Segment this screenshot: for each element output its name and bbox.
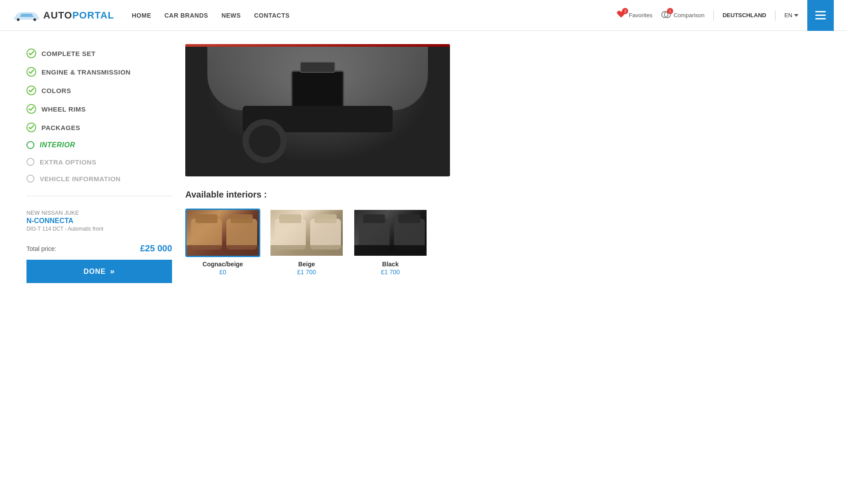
- nav-car-brands[interactable]: CAR BRANDS: [165, 12, 208, 19]
- interior-price-cognac: £0: [185, 269, 260, 276]
- price-row: Total price: £25 000: [26, 243, 172, 254]
- svg-rect-16: [310, 219, 341, 250]
- car-interior-mock: [185, 44, 450, 176]
- svg-point-0: [17, 18, 19, 21]
- check-icon-colors: [26, 86, 36, 95]
- nav-news[interactable]: NEWS: [221, 12, 241, 19]
- header-divider: [713, 10, 714, 21]
- svg-rect-18: [270, 245, 344, 257]
- interior-img-beige: [270, 210, 343, 256]
- hamburger-button[interactable]: [807, 0, 834, 31]
- car-interior-image: [185, 44, 450, 176]
- favorites-badge: 2: [622, 8, 628, 14]
- svg-rect-10: [195, 214, 217, 223]
- done-label: DONE: [83, 268, 105, 276]
- sidebar: COMPLETE SET ENGINE & TRANSMISSION COLOR…: [26, 44, 172, 283]
- svg-rect-22: [398, 214, 420, 223]
- svg-rect-12: [231, 214, 253, 223]
- accent-stripe: [185, 44, 450, 47]
- radio-icon-extra-options: [26, 158, 34, 166]
- favorites-icon: 2: [616, 10, 626, 20]
- sidebar-item-colors[interactable]: COLORS: [26, 81, 172, 100]
- svg-rect-20: [363, 214, 385, 223]
- chevron-down-icon: [794, 14, 798, 17]
- header-actions: 2 Favorites 1 Comparison DEUTSCHLAND EN: [616, 10, 798, 21]
- favorites-button[interactable]: 2 Favorites: [616, 10, 652, 20]
- sidebar-item-extra-options[interactable]: EXTRA OPTIONS: [26, 153, 172, 170]
- radio-icon-vehicle-info: [26, 175, 34, 183]
- logo-portal-text: PORTAL: [72, 10, 114, 21]
- sidebar-label-engine: ENGINE & TRANSMISSION: [41, 68, 131, 76]
- svg-rect-21: [394, 219, 425, 250]
- svg-rect-15: [279, 214, 301, 223]
- comparison-label: Comparison: [674, 12, 705, 19]
- interior-price-beige: £1 700: [269, 269, 344, 276]
- svg-rect-17: [315, 214, 337, 223]
- sidebar-label-extra-options: EXTRA OPTIONS: [40, 158, 96, 166]
- interior-card-black[interactable]: Black £1 700: [353, 209, 428, 276]
- car-variant: DIG-T 114 DCT - Automatic front: [26, 226, 172, 232]
- sidebar-label-packages: PACKAGES: [41, 124, 80, 131]
- ham-line-1: [815, 11, 826, 12]
- sidebar-item-interior[interactable]: INTERIOR: [26, 137, 172, 153]
- total-price-value: £25 000: [140, 243, 172, 254]
- interior-card-beige[interactable]: Beige £1 700: [269, 209, 344, 276]
- logo-auto-text: AUTO: [43, 10, 72, 21]
- car-name: N-CONNECTA: [26, 217, 172, 225]
- comparison-badge: 1: [667, 8, 673, 14]
- sidebar-item-wheel-rims[interactable]: WHEEL RIMS: [26, 100, 172, 118]
- screen-element: [291, 71, 344, 110]
- sidebar-item-vehicle-information[interactable]: VEHICLE INFORMATION: [26, 170, 172, 187]
- interior-name-beige: Beige: [269, 261, 344, 268]
- comparison-icon: 1: [661, 10, 671, 20]
- svg-point-1: [34, 18, 36, 21]
- total-price-label: Total price:: [26, 245, 56, 252]
- ham-line-2: [815, 15, 826, 16]
- svg-rect-19: [359, 219, 390, 250]
- comparison-button[interactable]: 1 Comparison: [661, 10, 705, 20]
- header-divider-2: [775, 10, 776, 21]
- sidebar-label-colors: COLORS: [41, 87, 71, 94]
- check-icon-packages: [26, 123, 36, 132]
- sidebar-label-interior: INTERIOR: [40, 141, 75, 149]
- beige-interior-svg: [270, 210, 344, 257]
- sidebar-label-vehicle-info: VEHICLE INFORMATION: [40, 175, 120, 183]
- interior-name-black: Black: [353, 261, 428, 268]
- radio-icon-interior: [26, 141, 34, 149]
- main-nav: HOME CAR BRANDS NEWS CONTACTS: [132, 12, 617, 19]
- sidebar-item-engine-transmission[interactable]: ENGINE & TRANSMISSION: [26, 63, 172, 81]
- done-arrows-icon: »: [110, 267, 115, 276]
- interior-name-cognac: Cognac/beige: [185, 261, 260, 268]
- svg-rect-9: [191, 219, 222, 250]
- rearview-mirror: [300, 62, 335, 73]
- sidebar-label-wheel-rims: WHEEL RIMS: [41, 105, 86, 113]
- check-icon-wheel-rims: [26, 104, 36, 114]
- interior-img-wrap-beige: [269, 209, 344, 257]
- interior-img-cognac: [187, 210, 259, 256]
- section-title: Available interiors :: [185, 190, 834, 200]
- main-content: COMPLETE SET ENGINE & TRANSMISSION COLOR…: [0, 31, 847, 296]
- interior-price-black: £1 700: [353, 269, 428, 276]
- interior-img-wrap-black: [353, 209, 428, 257]
- check-icon-engine: [26, 67, 36, 77]
- car-info: NEW NISSAN JUKE N-CONNECTA DIG-T 114 DCT…: [26, 205, 172, 236]
- lang-label: EN: [784, 12, 792, 19]
- logo[interactable]: AUTOPORTAL: [13, 9, 114, 22]
- svg-rect-23: [354, 245, 428, 257]
- done-button[interactable]: DONE »: [26, 260, 172, 283]
- language-selector[interactable]: EN: [784, 12, 798, 19]
- region-label: DEUTSCHLAND: [723, 12, 766, 19]
- interiors-grid: Cognac/beige £0 Beige: [185, 209, 834, 276]
- nav-contacts[interactable]: CONTACTS: [254, 12, 290, 19]
- main-panel: Available interiors :: [185, 44, 834, 283]
- interior-card-cognac-beige[interactable]: Cognac/beige £0: [185, 209, 260, 276]
- svg-rect-13: [187, 245, 260, 257]
- svg-rect-11: [226, 219, 257, 250]
- sidebar-item-packages[interactable]: PACKAGES: [26, 118, 172, 137]
- sidebar-item-complete-set[interactable]: COMPLETE SET: [26, 44, 172, 63]
- sidebar-divider: [26, 196, 172, 196]
- check-icon-complete-set: [26, 49, 36, 58]
- cognac-interior-svg: [187, 210, 260, 257]
- nav-home[interactable]: HOME: [132, 12, 151, 19]
- interior-img-wrap-cognac: [185, 209, 260, 257]
